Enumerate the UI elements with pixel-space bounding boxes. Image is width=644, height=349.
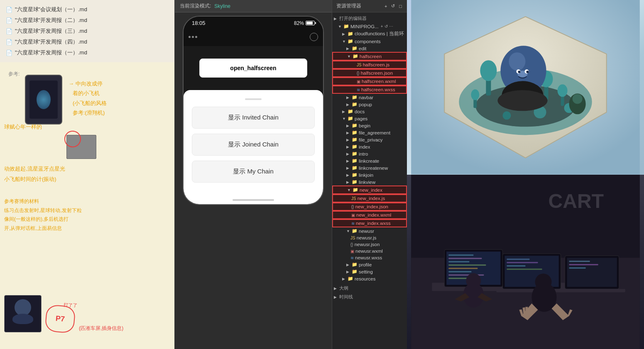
svg-point-5 — [480, 60, 497, 81]
newusr-json-file[interactable]: {} newusr.json — [332, 241, 407, 248]
newusr-js-file[interactable]: JS newusr.js — [332, 234, 407, 241]
edit-folder[interactable]: ▶ 📁 edit — [332, 45, 407, 52]
linkjoin-folder[interactable]: ▶ 📁 linkjoin — [332, 171, 407, 178]
explorer-tree: ▶ 打开的编辑器 ▼ 📁 MINIPROG... + ↺ ⋯ ▶ 📁 cloud… — [332, 12, 407, 349]
notes-panel: 📄 "六度星球"会议规划（一）.md 📄 "六度星球"开发周报（二）.md 📄 … — [0, 0, 174, 349]
newusr-folder[interactable]: ▼ 📁 newusr — [332, 227, 407, 234]
chevron-right-icon: ▶ — [346, 95, 350, 100]
linkview-folder[interactable]: ▶ 📁 linkview — [332, 178, 407, 185]
cloudfunctions-folder[interactable]: ▶ 📁 cloudfunctions | 当前环 — [332, 30, 407, 38]
halfscreen-folder[interactable]: ▼ 📁 halfscreen — [332, 52, 407, 61]
notes-text-bottom: 球赋心年一样的 — [4, 122, 42, 132]
file-agreement-folder[interactable]: ▶ 📁 file_agreement — [332, 129, 407, 136]
begin-label: begin — [359, 123, 370, 128]
folder-icon: 📁 — [348, 39, 353, 44]
file-item-3[interactable]: 📄 "六度星球"开发周报（三）.md — [5, 26, 169, 37]
my-chain-button[interactable]: 显示 My Chain — [192, 161, 315, 183]
chevron-right-icon: ▶ — [346, 124, 350, 128]
chevron-right-icon: ▶ — [334, 286, 338, 290]
new-index-wxml-file[interactable]: ▣ new_index.wxml — [332, 211, 407, 219]
halfscreen-wxml-file[interactable]: ▣ halfscreen.wxml — [332, 77, 407, 85]
file-item-1[interactable]: 📄 "六度星球"会议规划（一）.md — [5, 4, 169, 15]
toolbar-refresh[interactable]: ↺ — [384, 24, 388, 29]
newusr-wxss-file[interactable]: ≋ newusr.wxss — [332, 254, 407, 261]
intro-folder[interactable]: ▶ 📁 intro — [332, 150, 407, 157]
open-editors-section: ▶ 打开的编辑器 — [332, 14, 407, 23]
half-screen-panel: 显示 Invited Chain 显示 Joined Chain 显示 My C… — [184, 90, 323, 196]
components-folder[interactable]: ▼ 📁 components — [332, 38, 407, 45]
new-index-json-file[interactable]: {} new_index.json — [332, 203, 407, 211]
file-item-5[interactable]: 📄 "六度星球"开发周报（一）.md — [5, 47, 169, 58]
refresh-button[interactable]: ↺ — [390, 2, 396, 10]
svg-rect-57 — [411, 175, 640, 349]
explorer-title: 资源管理器 — [336, 2, 361, 10]
folder-icon: 📁 — [352, 151, 358, 156]
project-root[interactable]: ▼ 📁 MINIPROG... + ↺ ⋯ — [332, 23, 407, 30]
explorer-header: 资源管理器 + ↺ □ — [332, 0, 407, 12]
svg-point-13 — [502, 111, 511, 120]
phone-time: 18:05 — [192, 20, 206, 26]
profile-folder[interactable]: ▶ 📁 profile — [332, 261, 407, 268]
linkview-label: linkview — [359, 180, 375, 185]
svg-point-21 — [526, 71, 529, 73]
chevron-down-icon: ▼ — [338, 24, 342, 29]
chevron-right-icon: ▶ — [334, 295, 338, 299]
popup-folder[interactable]: ▶ 📁 popup — [332, 101, 407, 108]
joined-chain-button[interactable]: 显示 Joined Chain — [192, 134, 315, 156]
collapse-button[interactable]: □ — [398, 3, 403, 10]
intro-label: intro — [359, 151, 368, 156]
folder-icon: 📁 — [348, 276, 353, 281]
file-item-4[interactable]: 📄 "六度星球"开发周报（四）.md — [5, 37, 169, 47]
chevron-right-icon: ▶ — [342, 277, 346, 281]
toolbar-dots[interactable]: ⋯ — [389, 24, 393, 29]
index-folder[interactable]: ▶ 📁 index — [332, 143, 407, 150]
linkcreatenew-folder[interactable]: ▶ 📁 linkcreatenew — [332, 164, 407, 171]
open-halfscreen-container: open_halfscreen — [184, 46, 323, 90]
new-index-js-file[interactable]: JS new_index.js — [332, 194, 407, 203]
js-icon: JS — [350, 236, 355, 240]
new-index-wxss-file[interactable]: ≋ new_index.wxss — [332, 219, 407, 227]
folder-icon: 📁 — [352, 269, 358, 274]
wxss-icon: ≋ — [351, 221, 355, 226]
file-privacy-folder[interactable]: ▶ 📁 file_privacy — [332, 136, 407, 143]
new-index-wxml-label: new_index.wxml — [356, 212, 391, 217]
phone-simulator: 18:05 82% open_halfscreen — [175, 12, 332, 349]
people-svg: CART — [407, 175, 644, 349]
phone-status-bar: 18:05 82% — [184, 17, 323, 28]
wxml-icon: ▣ — [357, 79, 360, 84]
halfscreen-json-file[interactable]: {} halfscreen.json — [332, 69, 407, 77]
phone-bottom-bar — [184, 196, 323, 204]
open-halfscreen-button[interactable]: open_halfscreen — [199, 59, 307, 78]
halfscreen-wxss-file[interactable]: ≋ halfscreen.wxss — [332, 85, 407, 94]
chevron-right-icon: ▶ — [346, 152, 350, 156]
devtools-panel: 当前渲染模式: Skyline 18:05 82% — [174, 0, 332, 349]
components-label: components — [355, 39, 381, 44]
begin-folder[interactable]: ▶ 📁 begin — [332, 122, 407, 129]
new-index-js-label: new_index.js — [358, 196, 385, 201]
invited-chain-button[interactable]: 显示 Invited Chain — [192, 107, 315, 129]
newusr-wxml-file[interactable]: ▣ newusr.wxml — [332, 248, 407, 254]
drag-handle — [245, 98, 262, 100]
linkcreate-label: linkcreate — [359, 159, 379, 164]
nav-dot-1 — [189, 36, 191, 38]
folder-icon: 📁 — [352, 158, 358, 164]
resources-folder[interactable]: ▶ 📁 resources — [332, 275, 407, 282]
halfscreen-label: halfscreen — [360, 54, 382, 59]
nav-circle[interactable] — [310, 33, 318, 41]
file-explorer: 资源管理器 + ↺ □ ▶ 打开的编辑器 ▼ 📁 MINIPROG... + ↺… — [332, 0, 407, 349]
new-index-folder[interactable]: ▼ 📁 new_index — [332, 185, 407, 194]
new-file-button[interactable]: + — [384, 3, 388, 10]
navbar-folder[interactable]: ▶ 📁 navbar — [332, 94, 407, 101]
halfscreen-js-file[interactable]: JS halfscreen.js — [332, 61, 407, 69]
folder-icon: 📁 — [353, 54, 358, 59]
docs-folder[interactable]: ▶ 📁 docs — [332, 108, 407, 115]
phone-navbar — [184, 28, 323, 46]
setting-folder[interactable]: ▶ 📁 setting — [332, 268, 407, 275]
pages-folder[interactable]: ▼ 📁 pages — [332, 115, 407, 122]
chevron-right-icon: ▶ — [346, 263, 350, 267]
linkcreate-folder[interactable]: ▶ 📁 linkcreate — [332, 157, 407, 164]
toolbar-plus[interactable]: + — [381, 24, 383, 29]
file-item-2[interactable]: 📄 "六度星球"开发周报（二）.md — [5, 15, 169, 26]
folder-icon: 📁 — [348, 31, 353, 37]
explorer-toolbar: + ↺ □ — [384, 2, 403, 10]
